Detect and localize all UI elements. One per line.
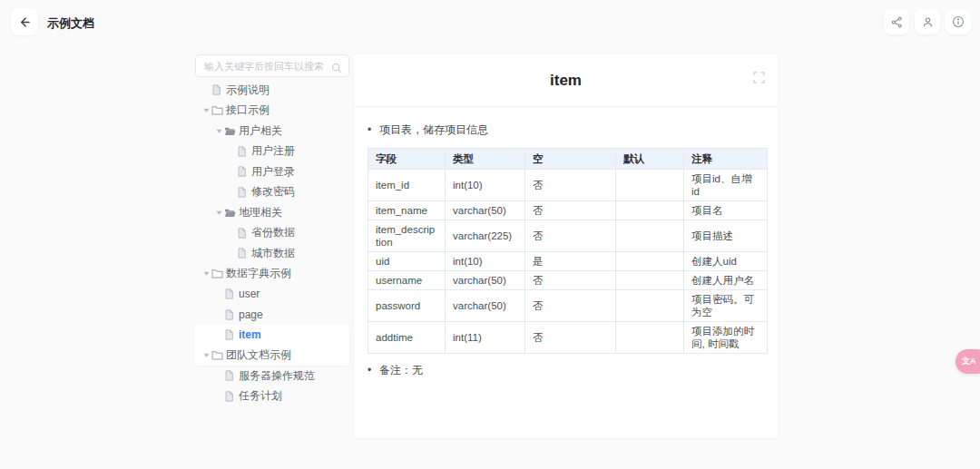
search-input[interactable] (196, 61, 351, 72)
table-cell: 否 (525, 290, 616, 322)
tree-item-label: 修改密码 (250, 184, 295, 200)
content-card: item 项目表，储存项目信息 字段类型空默认注释 item_idint(10)… (354, 54, 778, 438)
tree-item-label: 用户登录 (250, 164, 295, 180)
tree-item-label: 用户相关 (238, 123, 282, 139)
back-button[interactable] (11, 8, 38, 35)
tree-item-dili-xiangguan[interactable]: 地理相关 (195, 202, 349, 223)
fullscreen-icon[interactable] (753, 71, 765, 87)
tree-item-label: 地理相关 (238, 205, 282, 220)
info-button[interactable] (946, 9, 971, 34)
tree-item-yonghu-xiangguan[interactable]: 用户相关 (195, 121, 349, 142)
tree-item-user[interactable]: user (195, 284, 349, 305)
table-header: 注释 (684, 149, 768, 170)
table-cell: varchar(50) (446, 271, 525, 290)
table-cell: 否 (525, 271, 616, 290)
table-row: item_descriptionvarchar(225)否项目描述 (368, 220, 768, 252)
tree-item-jiekou-shili[interactable]: 接口示例 (195, 101, 349, 122)
file-icon (237, 248, 250, 259)
table-cell (616, 322, 684, 354)
content-header: item (354, 54, 778, 107)
file-icon (224, 288, 238, 299)
caret-down-icon[interactable] (213, 209, 224, 217)
caret-down-icon[interactable] (201, 351, 211, 359)
info-icon (952, 15, 965, 28)
search-box (195, 54, 349, 77)
share-icon (891, 16, 903, 28)
tree-item-shili-shuoming[interactable]: 示例说明 (195, 80, 349, 101)
tree-item-page[interactable]: page (195, 305, 349, 326)
tree-item-label: 服务器操作规范 (238, 368, 315, 384)
table-cell (616, 220, 684, 252)
caret-down-icon[interactable] (201, 269, 211, 278)
file-icon (237, 187, 250, 198)
tree-item-label: 任务计划 (238, 388, 282, 404)
data-dictionary-table: 字段类型空默认注释 item_idint(10)否项目id、自增iditem_n… (368, 148, 768, 354)
tree-item-shuju-zidian[interactable]: 数据字典示例 (195, 264, 349, 285)
search-icon (331, 61, 342, 77)
file-icon (224, 370, 238, 381)
sidebar: 示例说明接口示例用户相关用户注册用户登录修改密码地理相关省份数据城市数据数据字典… (195, 54, 349, 406)
tree-item-xiugai-mima[interactable]: 修改密码 (195, 182, 349, 203)
tree-item-label: 示例说明 (225, 83, 270, 98)
file-icon (237, 228, 250, 239)
table-cell: 否 (525, 201, 616, 220)
folder-open-icon (224, 126, 238, 136)
table-cell: password (368, 290, 446, 322)
tree-item-label: 团队文档示例 (225, 347, 291, 363)
tree-item-fuwuqi-caozuo[interactable]: 服务器操作规范 (195, 366, 349, 386)
caret-down-icon[interactable] (213, 127, 224, 135)
table-row: item_idint(10)否项目id、自增id (368, 170, 768, 201)
table-cell: varchar(50) (446, 201, 525, 220)
tree-item-renwu-jihua[interactable]: 任务计划 (195, 386, 349, 407)
table-cell: item_description (368, 220, 446, 252)
table-cell (616, 271, 684, 290)
table-cell: 否 (525, 220, 616, 252)
table-cell: addtime (368, 322, 446, 354)
file-icon (211, 84, 225, 95)
file-icon (224, 329, 238, 340)
translate-icon: 文A (962, 356, 976, 367)
table-cell (616, 170, 684, 201)
member-button[interactable] (915, 9, 940, 34)
tree-item-label: item (238, 328, 261, 341)
doc-description: 项目表，储存项目信息 (368, 122, 767, 138)
tree-item-label: 接口示例 (225, 103, 270, 118)
person-icon (922, 16, 934, 28)
table-cell: 项目密码。可为空 (684, 290, 768, 322)
share-button[interactable] (884, 9, 909, 34)
tree-item-yonghu-denglu[interactable]: 用户登录 (195, 161, 349, 182)
page-title: 示例文档 (47, 15, 94, 32)
doc-note: 备注：无 (368, 363, 767, 378)
tree-item-label: 数据字典示例 (225, 266, 291, 281)
table-cell: 项目描述 (684, 220, 768, 252)
table-cell: 项目id、自增id (684, 170, 768, 201)
folder-closed-icon (211, 269, 225, 278)
translate-button[interactable]: 文A (956, 349, 980, 374)
table-cell: 是 (525, 252, 616, 271)
table-cell: username (368, 271, 446, 290)
tree-item-chengshi-shuju[interactable]: 城市数据 (195, 243, 349, 264)
table-cell: 否 (525, 322, 616, 354)
table-cell: varchar(225) (446, 220, 525, 252)
table-cell: 否 (525, 170, 616, 201)
folder-open-icon (224, 208, 238, 218)
tree-item-tuandui-wendang[interactable]: 团队文档示例 (195, 346, 349, 366)
folder-closed-icon (211, 350, 225, 360)
tree-item-label: page (238, 308, 263, 321)
table-cell: 项目添加的时间, 时间戳 (684, 322, 768, 354)
tree-item-item[interactable]: item (195, 325, 349, 346)
caret-down-icon[interactable] (201, 106, 211, 114)
table-row: usernamevarchar(50)否创建人用户名 (368, 271, 768, 290)
table-header: 字段 (368, 149, 446, 170)
tree-item-yonghu-zhuce[interactable]: 用户注册 (195, 142, 349, 162)
table-row: addtimeint(11)否项目添加的时间, 时间戳 (368, 322, 768, 354)
table-cell: 创建人用户名 (684, 271, 768, 290)
table-cell: 创建人uid (684, 252, 768, 271)
tree-item-label: 城市数据 (250, 246, 295, 261)
table-cell: uid (368, 252, 446, 271)
table-row: item_namevarchar(50)否项目名 (368, 201, 768, 220)
table-header: 类型 (446, 149, 525, 170)
tree-item-shengfen-shuju[interactable]: 省份数据 (195, 223, 349, 244)
doc-page-title: item (550, 72, 582, 90)
topbar-actions (884, 9, 971, 34)
